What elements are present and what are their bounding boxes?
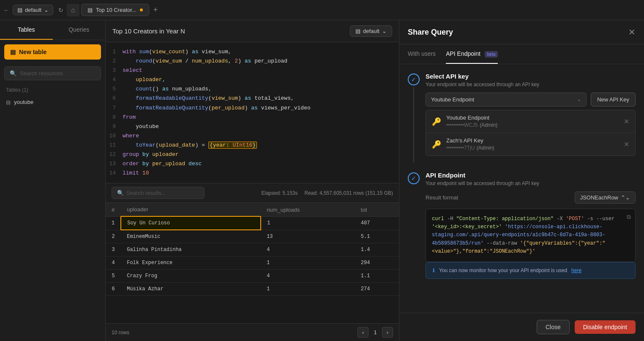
key-remove-youtube-button[interactable]: ✕ <box>624 117 629 125</box>
disable-endpoint-button[interactable]: Disable endpoint <box>575 320 636 334</box>
table-row[interactable]: 1 Soy Un Curioso 1 407 <box>106 216 399 230</box>
step2-circle: ✓ <box>408 172 420 184</box>
cell-rownum: 5 <box>106 270 121 283</box>
copy-curl-button[interactable]: ⧉ <box>627 213 631 221</box>
code-line-9: 9 youtube <box>106 122 399 131</box>
share-panel-title: Share Query <box>408 28 453 37</box>
tables-group-label: Tables (1) <box>0 83 105 95</box>
rows-count: 10 rows <box>112 330 129 336</box>
top-bar: ← ▤ default ⌄ ↻ ⌂ ▤ Top 10 Creator... + <box>0 0 644 20</box>
info-text: You can now monitor how your your API en… <box>439 267 567 273</box>
step1-body: Select API key Your endpoint will be acc… <box>426 73 636 156</box>
cell-rownum: 1 <box>106 216 121 230</box>
chevron-down-icon: ⌄ <box>44 7 49 13</box>
result-format-row: Result format JSONEachRow ⌃⌄ <box>426 191 636 204</box>
cell-tot: 407 <box>355 216 399 230</box>
sidebar-tab-queries[interactable]: Queries <box>53 20 106 40</box>
key-remove-zach-button[interactable]: ✕ <box>624 140 629 148</box>
page-controls: ‹ 1 › <box>357 327 393 338</box>
search-results-input[interactable]: 🔍 Search results... <box>112 187 205 199</box>
api-key-row: Youtube Endpoint ⌄ New API Key <box>426 93 636 106</box>
table-icon: ▤ <box>10 49 16 55</box>
table-row[interactable]: 6 Músika Azhar 1 274 <box>106 283 399 296</box>
cell-rownum: 3 <box>106 243 121 256</box>
new-api-key-button[interactable]: New API Key <box>591 93 636 106</box>
code-line-10: 10 where <box>106 131 399 141</box>
home-tab[interactable]: ⌂ <box>67 4 79 16</box>
key-secret-zach: ••••••••••7TjU <box>446 145 475 151</box>
share-footer: Close Disable endpoint <box>399 313 644 341</box>
api-key-list: 🔑 Youtube Endpoint ••••••••••WCJ5 (Admin… <box>426 110 636 156</box>
back-icon[interactable]: ← <box>3 7 9 14</box>
share-close-button[interactable]: Close <box>537 320 570 334</box>
share-tab-with-users[interactable]: With users <box>408 44 436 64</box>
result-format-select[interactable]: JSONEachRow ⌃⌄ <box>575 191 636 204</box>
cell-num-uploads: 13 <box>261 230 355 243</box>
editor-db-badge[interactable]: ▤ default ⌄ <box>350 25 392 37</box>
cell-num-uploads: 1 <box>261 283 355 296</box>
sidebar-tabs: Tables Queries <box>0 20 105 40</box>
cell-tot: 5.1 <box>355 230 399 243</box>
code-line-7: 7 formatReadableQuantity(per_upload) as … <box>106 104 399 113</box>
code-line-2: 2 round(view_sum / num_uploads, 2) as pe… <box>106 57 399 66</box>
search-resources-input[interactable]: 🔍 Search resources <box>4 66 101 80</box>
code-editor[interactable]: 1 with sum(view_count) as view_sum, 2 ro… <box>106 42 399 183</box>
cell-rownum: 2 <box>106 230 121 243</box>
api-key-chevron-icon: ⌄ <box>577 97 581 102</box>
key-role-zach: (Admin) <box>477 145 494 151</box>
cell-uploader[interactable]: Soy Un Curioso <box>121 216 261 230</box>
db-selector[interactable]: ▤ default ⌄ <box>13 5 53 15</box>
col-header-num-uploads: num_uploads <box>261 203 355 216</box>
step2-body: API Endpoint Your endpoint will be acces… <box>426 172 636 279</box>
cell-num-uploads: 4 <box>261 243 355 256</box>
share-tab-api-endpoint[interactable]: API Endpoint beta <box>446 44 498 64</box>
table-row[interactable]: 5 Crazy Frog 4 1.1 <box>106 270 399 283</box>
step1-circle: ✓ <box>408 74 420 85</box>
cell-rownum: 6 <box>106 283 121 296</box>
key-info-zach: Zach's API Key ••••••••••7TjU (Admin) <box>446 137 619 151</box>
col-header-uploader: uploader <box>121 203 261 216</box>
key-icon-zach: 🔑 <box>432 140 441 149</box>
key-name-zach: Zach's API Key <box>446 137 619 144</box>
table-item-icon: ▤ <box>6 99 11 105</box>
refresh-icon[interactable]: ↻ <box>58 7 63 14</box>
results-header: 🔍 Search results... Elapsed: 5.153s Read… <box>106 183 399 203</box>
query-tab[interactable]: ▤ Top 10 Creator... <box>81 4 149 16</box>
api-key-dropdown[interactable]: Youtube Endpoint ⌄ <box>426 93 587 106</box>
code-line-13: 13 order by per_upload desc <box>106 159 399 169</box>
badge-icon: ▤ <box>355 28 360 34</box>
share-panel-close-button[interactable]: ✕ <box>628 27 636 37</box>
next-page-button[interactable]: › <box>382 327 393 338</box>
prev-page-button[interactable]: ‹ <box>357 327 368 338</box>
new-table-button[interactable]: ▤ New table <box>4 44 101 60</box>
cell-uploader: Crazy Frog <box>121 270 261 283</box>
key-icon-youtube: 🔑 <box>432 117 441 126</box>
page-number: 1 <box>371 329 379 336</box>
code-line-3: 3 select <box>106 66 399 75</box>
sidebar-item-youtube[interactable]: ▤ youtube <box>0 95 105 109</box>
curl-command-box: ⧉ curl -H "Content-Type: application/jso… <box>426 209 636 262</box>
query-tab-label: Top 10 Creator... <box>96 7 136 13</box>
cell-tot: 294 <box>355 256 399 270</box>
format-chevron-icon: ⌃⌄ <box>621 194 630 201</box>
info-link[interactable]: here <box>571 267 581 273</box>
code-line-1: 1 with sum(view_count) as view_sum, <box>106 47 399 57</box>
sidebar-tab-tables[interactable]: Tables <box>0 20 53 40</box>
table-row[interactable]: 2 EminemMusic 13 5.1 <box>106 230 399 243</box>
cell-tot: 1.1 <box>355 270 399 283</box>
step1-title: Select API key <box>426 73 636 80</box>
step2-title: API Endpoint <box>426 172 636 179</box>
db-icon: ▤ <box>17 7 22 13</box>
sidebar: Tables Queries ▤ New table 🔍 Search reso… <box>0 20 106 341</box>
share-tabs: With users API Endpoint beta <box>399 44 644 64</box>
new-tab-button[interactable]: + <box>151 5 161 14</box>
step2-check-icon: ✓ <box>411 175 416 182</box>
unsaved-dot <box>140 8 143 11</box>
query-tab-icon: ▤ <box>87 7 93 13</box>
step2-desc: Your endpoint will be accessed through a… <box>426 180 636 186</box>
table-row[interactable]: 3 Galinha Pintadinha 4 1.4 <box>106 243 399 256</box>
share-content: ✓ Select API key Your endpoint will be a… <box>399 64 644 287</box>
step1-row: ✓ Select API key Your endpoint will be a… <box>408 73 636 163</box>
table-row[interactable]: 4 Folk Experience 1 294 <box>106 256 399 270</box>
read-info: Read: 4,557,605,031 rows (151.15 GB) <box>305 190 393 196</box>
